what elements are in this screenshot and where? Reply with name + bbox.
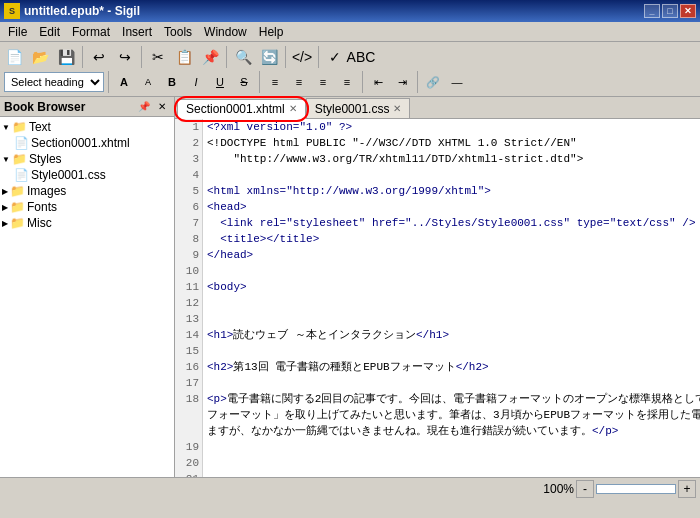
underline-button[interactable]: U (209, 71, 231, 93)
close-button[interactable]: ✕ (680, 4, 696, 18)
text-folder-arrow: ▼ (2, 123, 10, 132)
heading-select[interactable]: Select heading h1h2h3 (4, 72, 104, 92)
line-number: 16 (175, 359, 202, 375)
main-area: Book Browser 📌 ✕ ▼ 📁 Text 📄 Section0001.… (0, 97, 700, 477)
bold-button[interactable]: B (161, 71, 183, 93)
tree-folder-fonts-label: Fonts (27, 200, 57, 214)
code-line: <title></title> (207, 231, 696, 247)
tree-folder-text[interactable]: ▼ 📁 Text (0, 119, 174, 135)
open-file-button[interactable]: 📂 (28, 45, 52, 69)
line-number: 14 (175, 327, 202, 343)
tree-folder-styles-label: Styles (29, 152, 62, 166)
code-line: "http://www.w3.org/TR/xhtml11/DTD/xhtml1… (207, 151, 696, 167)
italic-button[interactable]: I (185, 71, 207, 93)
code-line: フォーマット」を取り上げてみたいと思います。筆者は、3月頃からEPUBフォーマッ… (207, 407, 696, 423)
code-view-button[interactable]: </> (290, 45, 314, 69)
line-number: 9 (175, 247, 202, 263)
menu-insert[interactable]: Insert (116, 23, 158, 41)
indent-increase-button[interactable]: ⇥ (391, 71, 413, 93)
check-button[interactable]: ✓ (323, 45, 347, 69)
line-number: 12 (175, 295, 202, 311)
code-line (207, 263, 696, 279)
code-line: <link rel="stylesheet" href="../Styles/S… (207, 215, 696, 231)
code-content[interactable]: <?xml version="1.0" ?><!DOCTYPE html PUB… (203, 119, 700, 477)
menu-format[interactable]: Format (66, 23, 116, 41)
fmt-sep-2 (259, 71, 260, 93)
maximize-button[interactable]: □ (662, 4, 678, 18)
font-bigger-button[interactable]: A (113, 71, 135, 93)
toolbar-row-2: Select heading h1h2h3 A A B I U S ≡ ≡ ≡ … (2, 70, 698, 94)
align-left-button[interactable]: ≡ (264, 71, 286, 93)
menu-tools[interactable]: Tools (158, 23, 198, 41)
fmt-sep-3 (362, 71, 363, 93)
line-number: 10 (175, 263, 202, 279)
app-icon: S (4, 3, 20, 19)
indent-decrease-button[interactable]: ⇤ (367, 71, 389, 93)
search-button[interactable]: 🔍 (231, 45, 255, 69)
paste-button[interactable]: 📌 (198, 45, 222, 69)
toolbar-sep-5 (318, 46, 319, 68)
book-browser-header: Book Browser 📌 ✕ (0, 97, 174, 117)
line-number: 6 (175, 199, 202, 215)
insert-link-button[interactable]: 🔗 (422, 71, 444, 93)
line-number: 21 (175, 471, 202, 477)
editor-content[interactable]: 1234567891011121314151617181920212223242… (175, 119, 700, 477)
tab-section0001[interactable]: Section0001.xhtml ✕ (177, 99, 306, 119)
line-number: 20 (175, 455, 202, 471)
tree-folder-images[interactable]: ▶ 📁 Images (0, 183, 174, 199)
title-bar-buttons[interactable]: _ □ ✕ (644, 4, 696, 18)
save-button[interactable]: 💾 (54, 45, 78, 69)
zoom-in-button[interactable]: + (678, 480, 696, 498)
align-right-button[interactable]: ≡ (312, 71, 334, 93)
toolbar-sep-4 (285, 46, 286, 68)
replace-button[interactable]: 🔄 (257, 45, 281, 69)
zoom-out-button[interactable]: - (576, 480, 594, 498)
style-file-icon: 📄 (14, 168, 29, 182)
align-center-button[interactable]: ≡ (288, 71, 310, 93)
redo-button[interactable]: ↪ (113, 45, 137, 69)
menu-edit[interactable]: Edit (33, 23, 66, 41)
zoom-slider[interactable] (596, 484, 676, 494)
tree-file-section0001[interactable]: 📄 Section0001.xhtml (0, 135, 174, 151)
tree-folder-text-label: Text (29, 120, 51, 134)
status-bar: 100% - + (0, 477, 700, 499)
tree-folder-styles[interactable]: ▼ 📁 Styles (0, 151, 174, 167)
undo-button[interactable]: ↩ (87, 45, 111, 69)
tree-folder-fonts[interactable]: ▶ 📁 Fonts (0, 199, 174, 215)
browser-close-button[interactable]: ✕ (154, 99, 170, 115)
tree-file-section-label: Section0001.xhtml (31, 136, 130, 150)
tree-folder-misc[interactable]: ▶ 📁 Misc (0, 215, 174, 231)
code-line: <head> (207, 199, 696, 215)
insert-hr-button[interactable]: — (446, 71, 468, 93)
line-number: 11 (175, 279, 202, 295)
minimize-button[interactable]: _ (644, 4, 660, 18)
menu-window[interactable]: Window (198, 23, 253, 41)
align-justify-button[interactable]: ≡ (336, 71, 358, 93)
toolbar-area: 📄 📂 💾 ↩ ↪ ✂ 📋 📌 🔍 🔄 </> ✓ ABC Select hea… (0, 42, 700, 97)
menu-help[interactable]: Help (253, 23, 290, 41)
code-line: <body> (207, 279, 696, 295)
editor-area[interactable]: 1234567891011121314151617181920212223242… (175, 119, 700, 477)
cut-button[interactable]: ✂ (146, 45, 170, 69)
title-bar-left: S untitled.epub* - Sigil (4, 3, 140, 19)
tab-section0001-close[interactable]: ✕ (289, 104, 297, 114)
menu-file[interactable]: File (2, 23, 33, 41)
tab-style0001-close[interactable]: ✕ (393, 104, 401, 114)
line-numbers: 1234567891011121314151617181920212223242… (175, 119, 203, 477)
styles-folder-icon: 📁 (12, 152, 27, 166)
misc-folder-icon: 📁 (10, 216, 25, 230)
spell-button[interactable]: ABC (349, 45, 373, 69)
tree-file-style-label: Style0001.css (31, 168, 106, 182)
code-line (207, 455, 696, 471)
new-file-button[interactable]: 📄 (2, 45, 26, 69)
strikethrough-button[interactable]: S (233, 71, 255, 93)
images-folder-icon: 📁 (10, 184, 25, 198)
tree-folder-images-label: Images (27, 184, 66, 198)
tab-style0001[interactable]: Style0001.css ✕ (306, 98, 411, 118)
copy-button[interactable]: 📋 (172, 45, 196, 69)
tree-file-style0001[interactable]: 📄 Style0001.css (0, 167, 174, 183)
font-smaller-button[interactable]: A (137, 71, 159, 93)
misc-folder-arrow: ▶ (2, 219, 8, 228)
code-line (207, 471, 696, 477)
browser-pin-button[interactable]: 📌 (136, 99, 152, 115)
